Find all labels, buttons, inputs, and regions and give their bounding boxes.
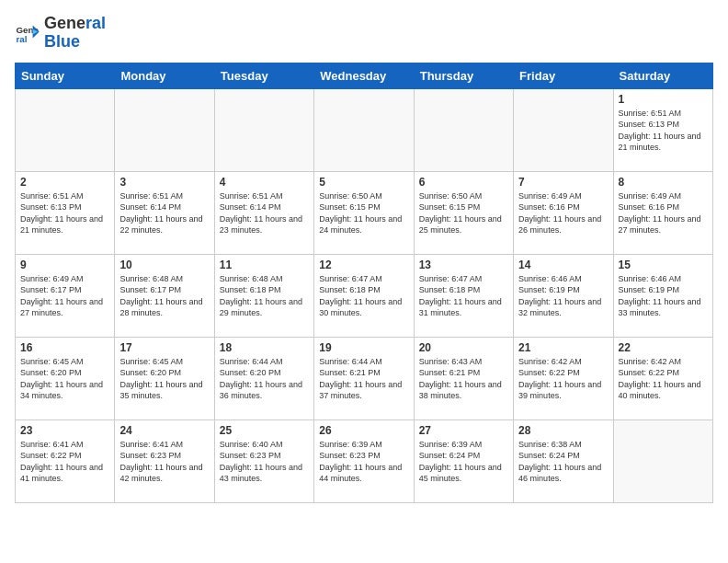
day-info: Sunrise: 6:51 AMSunset: 6:13 PMDaylight:… — [619, 108, 708, 154]
col-header-monday: Monday — [115, 63, 214, 88]
day-info: Sunrise: 6:51 AMSunset: 6:13 PMDaylight:… — [20, 190, 109, 236]
calendar-header-row: SundayMondayTuesdayWednesdayThursdayFrid… — [16, 63, 713, 88]
calendar-cell: 15Sunrise: 6:46 AMSunset: 6:19 PMDayligh… — [613, 254, 712, 337]
day-number: 23 — [20, 424, 109, 437]
calendar-cell: 8Sunrise: 6:49 AMSunset: 6:16 PMDaylight… — [613, 171, 712, 254]
calendar-cell — [16, 88, 115, 171]
logo-blue-text: Blue — [44, 33, 106, 52]
calendar-cell: 12Sunrise: 6:47 AMSunset: 6:18 PMDayligh… — [314, 254, 414, 337]
day-info: Sunrise: 6:45 AMSunset: 6:20 PMDaylight:… — [119, 356, 209, 402]
calendar-cell: 5Sunrise: 6:50 AMSunset: 6:15 PMDaylight… — [314, 171, 414, 254]
day-number: 28 — [518, 424, 608, 437]
page-header: Gene ral General Blue — [15, 15, 713, 52]
calendar-cell: 28Sunrise: 6:38 AMSunset: 6:24 PMDayligh… — [514, 419, 613, 502]
day-number: 24 — [119, 424, 209, 437]
calendar-cell: 19Sunrise: 6:44 AMSunset: 6:21 PMDayligh… — [314, 337, 414, 419]
day-number: 18 — [220, 341, 309, 354]
calendar-cell — [314, 88, 414, 171]
day-number: 27 — [419, 424, 508, 437]
day-number: 14 — [518, 259, 608, 271]
calendar-cell — [414, 88, 513, 171]
col-header-wednesday: Wednesday — [314, 63, 414, 88]
day-info: Sunrise: 6:41 AMSunset: 6:23 PMDaylight:… — [119, 439, 209, 485]
calendar-cell — [115, 88, 214, 171]
day-number: 5 — [319, 176, 408, 189]
day-info: Sunrise: 6:41 AMSunset: 6:22 PMDaylight:… — [20, 439, 109, 485]
day-number: 13 — [419, 259, 508, 271]
calendar-table: SundayMondayTuesdayWednesdayThursdayFrid… — [15, 63, 713, 503]
calendar-cell: 4Sunrise: 6:51 AMSunset: 6:14 PMDaylight… — [214, 171, 313, 254]
day-info: Sunrise: 6:49 AMSunset: 6:16 PMDaylight:… — [619, 190, 708, 236]
col-header-tuesday: Tuesday — [214, 63, 313, 88]
col-header-saturday: Saturday — [613, 63, 712, 88]
day-number: 3 — [119, 176, 209, 189]
day-info: Sunrise: 6:44 AMSunset: 6:20 PMDaylight:… — [220, 356, 309, 402]
calendar-cell: 14Sunrise: 6:46 AMSunset: 6:19 PMDayligh… — [514, 254, 613, 337]
day-info: Sunrise: 6:48 AMSunset: 6:18 PMDaylight:… — [220, 273, 309, 319]
col-header-friday: Friday — [514, 63, 613, 88]
calendar-week-2: 2Sunrise: 6:51 AMSunset: 6:13 PMDaylight… — [16, 171, 713, 254]
day-number: 7 — [518, 176, 608, 189]
col-header-thursday: Thursday — [414, 63, 513, 88]
day-number: 6 — [419, 176, 508, 189]
calendar-cell: 17Sunrise: 6:45 AMSunset: 6:20 PMDayligh… — [115, 337, 214, 419]
day-info: Sunrise: 6:42 AMSunset: 6:22 PMDaylight:… — [518, 356, 608, 402]
day-number: 9 — [20, 259, 109, 271]
calendar-week-1: 1Sunrise: 6:51 AMSunset: 6:13 PMDaylight… — [16, 88, 713, 171]
calendar-cell: 1Sunrise: 6:51 AMSunset: 6:13 PMDaylight… — [613, 88, 712, 171]
calendar-cell: 24Sunrise: 6:41 AMSunset: 6:23 PMDayligh… — [115, 419, 214, 502]
day-info: Sunrise: 6:47 AMSunset: 6:18 PMDaylight:… — [319, 273, 408, 319]
day-info: Sunrise: 6:42 AMSunset: 6:22 PMDaylight:… — [619, 356, 708, 402]
day-info: Sunrise: 6:50 AMSunset: 6:15 PMDaylight:… — [419, 190, 508, 236]
day-info: Sunrise: 6:51 AMSunset: 6:14 PMDaylight:… — [119, 190, 209, 236]
day-info: Sunrise: 6:44 AMSunset: 6:21 PMDaylight:… — [319, 356, 408, 402]
calendar-cell: 18Sunrise: 6:44 AMSunset: 6:20 PMDayligh… — [214, 337, 313, 419]
day-info: Sunrise: 6:47 AMSunset: 6:18 PMDaylight:… — [419, 273, 508, 319]
day-number: 17 — [119, 341, 209, 354]
day-number: 19 — [319, 341, 408, 354]
calendar-cell: 9Sunrise: 6:49 AMSunset: 6:17 PMDaylight… — [16, 254, 115, 337]
calendar-cell: 22Sunrise: 6:42 AMSunset: 6:22 PMDayligh… — [613, 337, 712, 419]
logo-text: General — [44, 15, 106, 33]
day-info: Sunrise: 6:46 AMSunset: 6:19 PMDaylight:… — [619, 273, 708, 319]
calendar-cell — [514, 88, 613, 171]
calendar-cell: 6Sunrise: 6:50 AMSunset: 6:15 PMDaylight… — [414, 171, 513, 254]
day-info: Sunrise: 6:49 AMSunset: 6:17 PMDaylight:… — [20, 273, 109, 319]
day-info: Sunrise: 6:48 AMSunset: 6:17 PMDaylight:… — [119, 273, 209, 319]
day-number: 16 — [20, 341, 109, 354]
calendar-cell — [613, 419, 712, 502]
day-number: 8 — [619, 176, 708, 189]
svg-text:ral: ral — [16, 34, 27, 44]
calendar-week-3: 9Sunrise: 6:49 AMSunset: 6:17 PMDaylight… — [16, 254, 713, 337]
calendar-cell — [214, 88, 313, 171]
calendar-cell: 25Sunrise: 6:40 AMSunset: 6:23 PMDayligh… — [214, 419, 313, 502]
day-number: 15 — [619, 259, 708, 271]
calendar-cell: 16Sunrise: 6:45 AMSunset: 6:20 PMDayligh… — [16, 337, 115, 419]
calendar-cell: 13Sunrise: 6:47 AMSunset: 6:18 PMDayligh… — [414, 254, 513, 337]
logo-icon: Gene ral — [15, 20, 40, 46]
calendar-week-5: 23Sunrise: 6:41 AMSunset: 6:22 PMDayligh… — [16, 419, 713, 502]
day-number: 25 — [220, 424, 309, 437]
day-info: Sunrise: 6:51 AMSunset: 6:14 PMDaylight:… — [220, 190, 309, 236]
day-number: 2 — [20, 176, 109, 189]
calendar-week-4: 16Sunrise: 6:45 AMSunset: 6:20 PMDayligh… — [16, 337, 713, 419]
calendar-cell: 3Sunrise: 6:51 AMSunset: 6:14 PMDaylight… — [115, 171, 214, 254]
day-number: 10 — [119, 259, 209, 271]
logo: Gene ral General Blue — [15, 15, 106, 52]
day-info: Sunrise: 6:46 AMSunset: 6:19 PMDaylight:… — [518, 273, 608, 319]
day-info: Sunrise: 6:39 AMSunset: 6:23 PMDaylight:… — [319, 439, 408, 485]
day-info: Sunrise: 6:40 AMSunset: 6:23 PMDaylight:… — [220, 439, 309, 485]
calendar-cell: 10Sunrise: 6:48 AMSunset: 6:17 PMDayligh… — [115, 254, 214, 337]
day-number: 4 — [220, 176, 309, 189]
calendar-cell: 27Sunrise: 6:39 AMSunset: 6:24 PMDayligh… — [414, 419, 513, 502]
day-number: 20 — [419, 341, 508, 354]
day-number: 26 — [319, 424, 408, 437]
calendar-cell: 20Sunrise: 6:43 AMSunset: 6:21 PMDayligh… — [414, 337, 513, 419]
day-number: 21 — [518, 341, 608, 354]
calendar-cell: 26Sunrise: 6:39 AMSunset: 6:23 PMDayligh… — [314, 419, 414, 502]
calendar-cell: 7Sunrise: 6:49 AMSunset: 6:16 PMDaylight… — [514, 171, 613, 254]
day-info: Sunrise: 6:39 AMSunset: 6:24 PMDaylight:… — [419, 439, 508, 485]
calendar-cell: 2Sunrise: 6:51 AMSunset: 6:13 PMDaylight… — [16, 171, 115, 254]
day-info: Sunrise: 6:50 AMSunset: 6:15 PMDaylight:… — [319, 190, 408, 236]
day-info: Sunrise: 6:43 AMSunset: 6:21 PMDaylight:… — [419, 356, 508, 402]
